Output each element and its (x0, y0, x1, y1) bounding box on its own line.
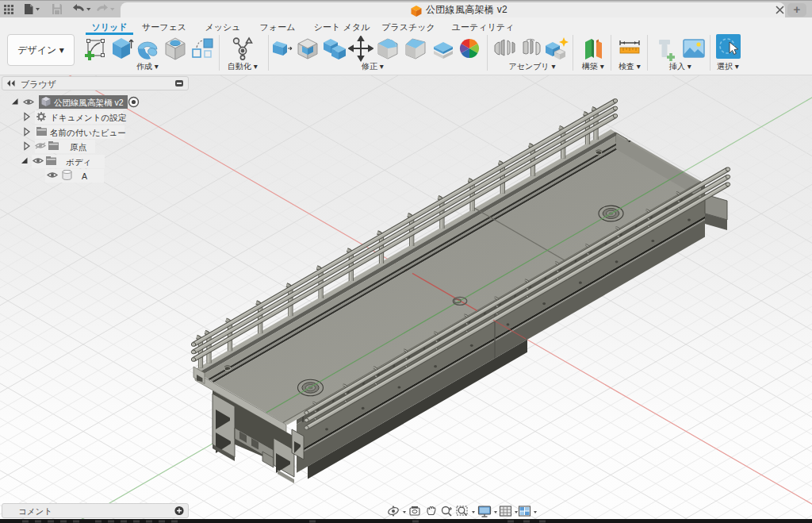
svg-text:公団線風高架橋 v2: 公団線風高架橋 v2 (54, 98, 124, 107)
svg-text:名前の付いたビュー: 名前の付いたビュー (49, 128, 126, 137)
svg-text:ドキュメントの設定: ドキュメントの設定 (50, 113, 127, 122)
svg-text:A: A (82, 171, 87, 181)
svg-text:原点: 原点 (70, 142, 87, 152)
svg-text:ボディ: ボディ (66, 157, 91, 167)
